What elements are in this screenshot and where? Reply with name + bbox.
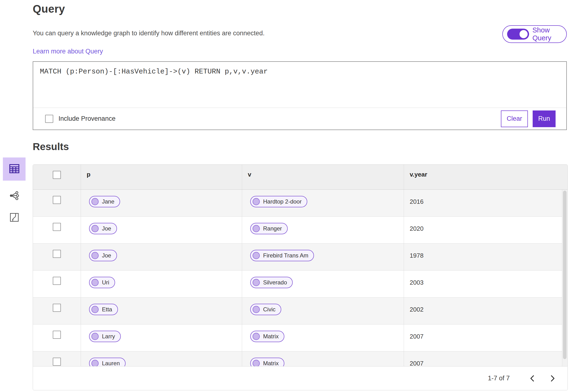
year-value: 2020	[410, 225, 424, 232]
map-view-icon	[9, 212, 19, 223]
node-icon	[91, 279, 99, 286]
entity-pill[interactable]: Silverado	[250, 277, 293, 288]
row-checkbox[interactable]	[53, 331, 61, 339]
entity-pill[interactable]: Larry	[89, 331, 121, 342]
page-description: You can query a knowledge graph to ident…	[33, 25, 567, 37]
row-checkbox[interactable]	[53, 304, 61, 312]
node-icon	[91, 198, 99, 205]
toggle-switch-icon[interactable]	[507, 29, 529, 40]
node-icon	[252, 360, 260, 367]
chevron-right-icon	[551, 375, 555, 382]
entity-pill[interactable]: Joe	[89, 250, 117, 261]
show-query-toggle[interactable]: Show Query	[502, 25, 567, 43]
table-header-row: p v v.year	[33, 165, 568, 190]
row-checkbox[interactable]	[53, 250, 61, 258]
show-query-label: Show Query	[532, 26, 566, 42]
node-icon	[252, 252, 260, 259]
entity-pill[interactable]: Etta	[89, 304, 118, 315]
node-icon	[91, 333, 99, 340]
table-scrollbar[interactable]	[562, 190, 568, 367]
network-view-icon	[9, 190, 20, 202]
page-title: Query	[33, 2, 567, 15]
entity-pill[interactable]: Firebird Trans Am	[250, 250, 314, 261]
node-icon	[252, 198, 260, 205]
results-heading: Results	[33, 141, 567, 153]
node-icon	[252, 333, 260, 340]
entity-pill[interactable]: Matrix	[250, 331, 284, 342]
year-value: 2016	[410, 198, 424, 205]
map-view-button[interactable]	[3, 206, 26, 229]
results-table: p v v.year Jane Hardtop 2-door 2016 Joe …	[33, 164, 568, 390]
node-icon	[252, 225, 260, 232]
query-panel-footer: Include Provenance Clear Run	[33, 108, 566, 130]
network-view-button[interactable]	[3, 185, 26, 207]
column-header-p[interactable]: p	[81, 165, 242, 189]
column-header-v[interactable]: v	[242, 165, 404, 189]
scrollbar-thumb[interactable]	[563, 191, 567, 359]
year-value: 2002	[410, 306, 424, 313]
node-icon	[91, 306, 99, 313]
row-checkbox[interactable]	[53, 223, 61, 231]
prev-page-button[interactable]	[527, 374, 537, 383]
node-icon	[252, 279, 260, 286]
entity-pill[interactable]: Ranger	[250, 223, 288, 234]
node-icon	[91, 360, 99, 367]
table-row: Larry Matrix 2007	[33, 324, 568, 351]
results-view-switcher	[3, 157, 26, 229]
table-row: Joe Firebird Trans Am 1978	[33, 244, 568, 271]
learn-more-link[interactable]: Learn more about Query	[33, 48, 103, 55]
table-row: Joe Ranger 2020	[33, 217, 568, 244]
toggle-knob	[519, 29, 528, 39]
table-view-button[interactable]	[3, 157, 26, 181]
year-value: 1978	[410, 252, 424, 259]
year-value: 2007	[410, 360, 424, 367]
row-checkbox[interactable]	[53, 358, 61, 366]
row-checkbox[interactable]	[53, 196, 61, 204]
node-icon	[252, 306, 260, 313]
select-all-checkbox[interactable]	[53, 171, 61, 179]
table-view-icon	[9, 164, 20, 175]
row-checkbox[interactable]	[53, 277, 61, 285]
table-row: Etta Civic 2002	[33, 298, 568, 324]
header-row: You can query a knowledge graph to ident…	[33, 25, 567, 44]
node-icon	[91, 225, 99, 232]
entity-pill[interactable]: Civic	[250, 304, 281, 315]
entity-pill[interactable]: Jane	[89, 196, 120, 207]
pagination-range: 1-7 of 7	[488, 375, 510, 382]
node-icon	[91, 252, 99, 259]
entity-pill[interactable]: Joe	[89, 223, 117, 234]
column-header-vyear[interactable]: v.year	[404, 165, 568, 189]
entity-pill[interactable]: Hardtop 2-door	[250, 196, 307, 207]
pagination-bar: 1-7 of 7	[33, 366, 568, 390]
query-input[interactable]: MATCH (p:Person)-[:HasVehicle]->(v) RETU…	[33, 62, 566, 108]
clear-button[interactable]: Clear	[501, 110, 528, 127]
chevron-left-icon	[530, 375, 534, 382]
year-value: 2003	[410, 279, 424, 286]
entity-pill[interactable]: Uri	[89, 277, 115, 288]
table-row: Jane Hardtop 2-door 2016	[33, 190, 568, 217]
next-page-button[interactable]	[548, 374, 557, 383]
run-button[interactable]: Run	[533, 110, 555, 127]
include-provenance-checkbox[interactable]	[45, 115, 53, 123]
query-panel: MATCH (p:Person)-[:HasVehicle]->(v) RETU…	[33, 61, 567, 130]
include-provenance-label: Include Provenance	[58, 115, 116, 122]
year-value: 2007	[410, 333, 424, 340]
table-row: Uri Silverado 2003	[33, 271, 568, 298]
